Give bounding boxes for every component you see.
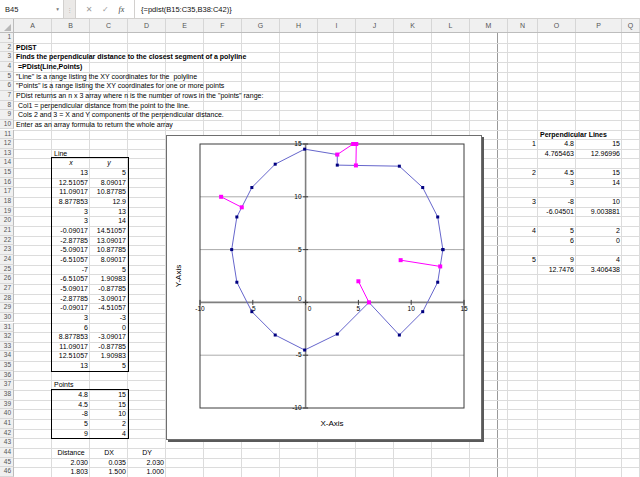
line-y-value[interactable]: 10.87785 (90, 187, 126, 197)
line-x-value[interactable]: 11.09017 (52, 342, 88, 352)
description-row-8[interactable]: Col1 = perpendicular distance from the p… (16, 101, 190, 111)
result-header-dy[interactable]: DY (128, 448, 166, 458)
perp-point-x[interactable]: 4.8 (538, 139, 574, 149)
row-header-4[interactable]: 4 (0, 62, 14, 72)
point-x-value[interactable]: 4.5 (52, 400, 88, 410)
formula-input[interactable]: {=pdist(B15:C35,B38:C42)} (135, 0, 640, 18)
line-y-value[interactable]: 10.87785 (90, 245, 126, 255)
line-x-value[interactable]: 3 (52, 207, 88, 217)
result-distance-value[interactable]: 2.030 (52, 458, 88, 468)
row-header-39[interactable]: 39 (0, 400, 14, 410)
perp-point-x[interactable]: -8 (538, 197, 574, 207)
line-x-value[interactable]: 3 (52, 313, 88, 323)
line-x-value[interactable]: -2.87785 (52, 294, 88, 304)
column-header-N[interactable]: N (508, 19, 538, 32)
row-header-15[interactable]: 15 (0, 168, 14, 178)
perp-foot-x[interactable]: -6.04501 (538, 207, 574, 217)
line-y-value[interactable]: 14.51057 (90, 226, 126, 236)
enter-icon[interactable]: ✓ (102, 5, 109, 14)
row-header-20[interactable]: 20 (0, 216, 14, 226)
perp-foot-y[interactable]: 3.406438 (576, 265, 620, 275)
result-dy-value[interactable]: 1.000 (128, 467, 164, 477)
description-row-4[interactable]: =PDist(Line,Points) (16, 62, 82, 72)
line-x-value[interactable]: 13 (52, 168, 88, 178)
line-x-value[interactable]: 12.51057 (52, 178, 88, 188)
line-y-value[interactable]: -3 (90, 313, 126, 323)
line-table-header-y[interactable]: y (90, 158, 128, 168)
result-header-distance[interactable]: Distance (52, 448, 90, 458)
perp-point-y[interactable]: 10 (576, 197, 620, 207)
row-header-22[interactable]: 22 (0, 236, 14, 246)
line-y-value[interactable]: 1.90983 (90, 274, 126, 284)
result-header-dx[interactable]: DX (90, 448, 128, 458)
line-y-value[interactable]: 5 (90, 168, 126, 178)
point-y-value[interactable]: 4 (90, 429, 126, 439)
line-y-value[interactable]: 0 (90, 323, 126, 333)
point-y-value[interactable]: 10 (90, 409, 126, 419)
line-x-value[interactable]: -5.09017 (52, 245, 88, 255)
line-y-value[interactable]: -4.51057 (90, 303, 126, 313)
perp-point-y[interactable]: 4 (576, 255, 620, 265)
line-y-value[interactable]: 1.90983 (90, 351, 126, 361)
description-row-6[interactable]: "Points" is a range listing the XY coord… (16, 81, 224, 91)
perp-foot-x[interactable]: 6 (538, 236, 574, 246)
row-header-30[interactable]: 30 (0, 313, 14, 323)
row-header-2[interactable]: 2 (0, 43, 14, 53)
perpendicular-table-title[interactable]: Perpendicular Lines (540, 130, 607, 140)
description-row-3[interactable]: Finds the perpendicular distance to the … (16, 52, 246, 62)
column-header-Q[interactable]: Q (622, 19, 640, 32)
line-y-value[interactable]: 8.09017 (90, 178, 126, 188)
description-row-10[interactable]: Enter as an array formula to return the … (16, 120, 173, 130)
row-header-38[interactable]: 38 (0, 390, 14, 400)
line-x-value[interactable]: -0.09017 (52, 226, 88, 236)
row-header-7[interactable]: 7 (0, 91, 14, 101)
perp-index[interactable]: 5 (508, 255, 536, 265)
perp-point-y[interactable]: 15 (576, 168, 620, 178)
row-header-16[interactable]: 16 (0, 178, 14, 188)
line-y-value[interactable]: 14 (90, 216, 126, 226)
perp-point-x[interactable]: 4.5 (538, 168, 574, 178)
chart[interactable]: -10-5051015151050-5-10X-AxisY-Axis (166, 135, 482, 440)
row-header-25[interactable]: 25 (0, 265, 14, 275)
line-table-label[interactable]: Line (54, 149, 67, 159)
line-x-value[interactable]: 12.51057 (52, 351, 88, 361)
point-y-value[interactable]: 15 (90, 400, 126, 410)
line-y-value[interactable]: 5 (90, 361, 126, 371)
column-header-G[interactable]: G (242, 19, 280, 32)
line-x-value[interactable]: -7 (52, 265, 88, 275)
row-header-11[interactable]: 11 (0, 130, 14, 140)
point-y-value[interactable]: 15 (90, 390, 126, 400)
perp-foot-y[interactable]: 12.96996 (576, 149, 620, 159)
row-header-32[interactable]: 32 (0, 332, 14, 342)
cancel-icon[interactable]: ✕ (86, 5, 93, 14)
row-header-29[interactable]: 29 (0, 303, 14, 313)
result-distance-value[interactable]: 1.803 (52, 467, 88, 477)
row-header-35[interactable]: 35 (0, 361, 14, 371)
result-dx-value[interactable]: 1.500 (90, 467, 126, 477)
line-y-value[interactable]: -3.09017 (90, 332, 126, 342)
line-y-value[interactable]: 12.9 (90, 197, 126, 207)
line-x-value[interactable]: 3 (52, 216, 88, 226)
column-header-P[interactable]: P (576, 19, 622, 32)
description-row-9[interactable]: Cols 2 and 3 = X and Y components of the… (16, 110, 224, 120)
result-dy-value[interactable]: 2.030 (128, 458, 164, 468)
line-x-value[interactable]: -5.09017 (52, 284, 88, 294)
line-y-value[interactable]: 8.09017 (90, 255, 126, 265)
line-x-value[interactable]: 13 (52, 361, 88, 371)
perp-foot-y[interactable]: 14 (576, 178, 620, 188)
row-header-1[interactable]: 1 (0, 33, 14, 43)
perp-foot-x[interactable]: 12.7476 (538, 265, 574, 275)
perp-index[interactable]: 4 (508, 226, 536, 236)
column-header-A[interactable]: A (14, 19, 52, 32)
perp-foot-x[interactable]: 3 (538, 178, 574, 188)
row-header-18[interactable]: 18 (0, 197, 14, 207)
point-y-value[interactable]: 2 (90, 419, 126, 429)
column-header-B[interactable]: B (52, 19, 90, 32)
line-y-value[interactable]: -0.87785 (90, 284, 126, 294)
row-header-41[interactable]: 41 (0, 419, 14, 429)
row-header-23[interactable]: 23 (0, 245, 14, 255)
perp-point-y[interactable]: 2 (576, 226, 620, 236)
row-header-31[interactable]: 31 (0, 323, 14, 333)
row-header-42[interactable]: 42 (0, 429, 14, 439)
column-header-E[interactable]: E (166, 19, 204, 32)
